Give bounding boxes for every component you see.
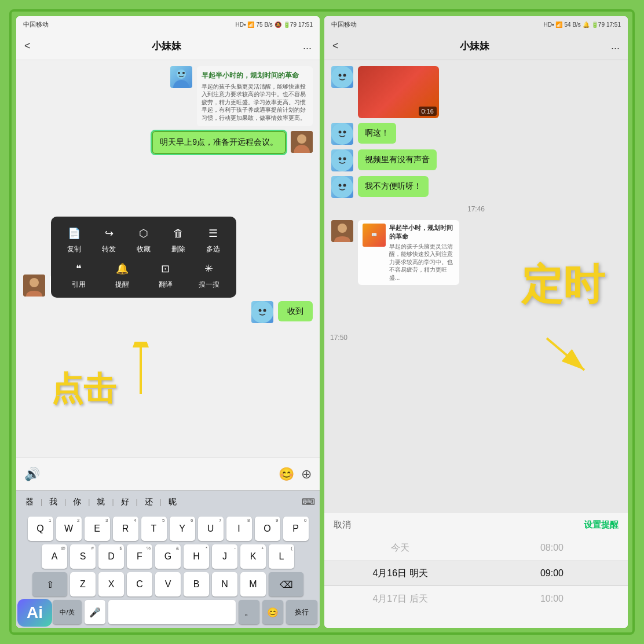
key-F[interactable]: %F: [127, 544, 152, 569]
right-text-video-sound: 视频里有没有声音: [365, 155, 430, 164]
key-K[interactable]: +K: [240, 544, 266, 569]
menu-multiselect-label: 多选: [206, 244, 220, 254]
key-lang[interactable]: 中/英: [53, 600, 82, 624]
key-emoji-key[interactable]: 😊: [262, 600, 283, 624]
right-article-content: 早起半小时，规划时间的革命 早起的孩子头脑更灵活清醒，能够快速投入到注意力要求较…: [389, 224, 455, 281]
menu-item-remind[interactable]: 🔔 提醒: [105, 260, 140, 290]
key-T[interactable]: 5T: [141, 517, 167, 541]
picker-time-0[interactable]: 08:00: [476, 535, 628, 561]
reminder-confirm-button[interactable]: 设置提醒: [584, 519, 619, 530]
picker-date-0[interactable]: 今天: [324, 535, 476, 561]
key-space[interactable]: [108, 600, 236, 624]
reminder-cancel-button[interactable]: 取消: [334, 519, 351, 530]
key-return[interactable]: 换行: [286, 600, 317, 624]
right-chat-title: 小妹妹: [460, 39, 489, 53]
left-selected-bubble[interactable]: 明天早上9点，准备开远程会议。: [152, 131, 286, 154]
key-H[interactable]: *H: [184, 544, 209, 569]
quickword-1[interactable]: 我: [45, 495, 62, 510]
right-more-button[interactable]: ...: [611, 40, 620, 52]
quickword-0[interactable]: 器: [21, 495, 38, 510]
right-bubble-ah[interactable]: 啊这！: [358, 123, 396, 144]
menu-item-collect[interactable]: ⬡ 收藏: [126, 225, 161, 254]
key-X[interactable]: X: [98, 572, 124, 597]
svg-point-20: [331, 149, 353, 171]
left-back-button[interactable]: <: [24, 40, 31, 52]
picker-date-1[interactable]: 4月16日 明天: [324, 561, 476, 586]
key-A[interactable]: @A: [42, 544, 67, 569]
menu-item-translate[interactable]: ⊡ 翻译: [148, 260, 183, 290]
key-D[interactable]: $D: [98, 544, 124, 569]
annotation-dianji: 点击: [51, 367, 116, 411]
quickword-6[interactable]: 昵: [164, 495, 181, 510]
key-J[interactable]: -J: [212, 544, 237, 569]
picker-time-2[interactable]: 10:00: [476, 586, 628, 612]
left-avatar-anime-2: [251, 301, 273, 323]
key-O[interactable]: 9O: [255, 517, 280, 541]
key-W[interactable]: 2W: [56, 517, 82, 541]
left-avatar-girl: [23, 275, 45, 297]
quickword-3[interactable]: 就: [92, 495, 109, 510]
key-delete[interactable]: ⌫: [269, 572, 303, 597]
key-R[interactable]: 4R: [113, 517, 138, 541]
svg-point-9: [251, 301, 273, 323]
menu-item-multiselect[interactable]: ☰ 多选: [196, 225, 230, 254]
right-article-card[interactable]: 📖 早起半小时，规划时间的革命 早起的孩子头脑更灵活清醒，能够快速投入到注意力要…: [358, 220, 459, 285]
key-Q[interactable]: 1Q: [28, 517, 53, 541]
key-G[interactable]: &G: [155, 544, 181, 569]
right-text-ah: 啊这！: [365, 128, 389, 137]
left-chat-area: 早起半小时的，规划时间的革命 早起的孩子头脑更灵活清醒，能够快速投入到注意力要求…: [16, 60, 320, 458]
menu-item-quote[interactable]: ❝ 引用: [61, 260, 96, 290]
key-mic[interactable]: 🎤: [85, 600, 105, 624]
add-icon[interactable]: ⊕: [301, 467, 312, 482]
key-B[interactable]: B: [184, 572, 209, 597]
key-S[interactable]: #S: [70, 544, 96, 569]
right-avatar-anime-3: [331, 149, 353, 171]
left-received-bubble[interactable]: 收到: [278, 301, 313, 322]
key-P[interactable]: 0P: [283, 517, 309, 541]
right-bubble-inconvenient[interactable]: 我不方便听呀！: [358, 176, 429, 197]
quickword-4[interactable]: 好: [116, 495, 134, 510]
key-U[interactable]: 7U: [198, 517, 224, 541]
picker-date-2[interactable]: 4月17日 后天: [324, 586, 476, 612]
right-msg-ah: 啊这！: [331, 123, 621, 145]
key-L[interactable]: (L: [269, 544, 294, 569]
right-video-duration: 0:16: [419, 107, 437, 116]
key-Y[interactable]: 6Y: [170, 517, 195, 541]
picker-time-1[interactable]: 09:00: [476, 561, 628, 586]
right-back-button[interactable]: <: [332, 40, 339, 52]
left-battery: 🔋79: [283, 21, 297, 28]
key-V[interactable]: V: [155, 572, 181, 597]
left-more-button[interactable]: ...: [303, 40, 312, 52]
left-input-area: 🔊 😊 ⊕: [16, 458, 320, 490]
left-time: 17:51: [298, 21, 313, 28]
key-E[interactable]: 3E: [85, 517, 110, 541]
key-Z[interactable]: Z: [70, 572, 96, 597]
key-shift[interactable]: ⇧: [32, 572, 67, 597]
right-video-thumb[interactable]: 0:16: [358, 66, 439, 118]
menu-item-delete[interactable]: 🗑 删除: [161, 225, 196, 254]
voice-icon[interactable]: 🔊: [24, 467, 40, 482]
quickword-2[interactable]: 你: [68, 495, 86, 510]
search-icon: ✳: [200, 260, 218, 277]
multiselect-icon: ☰: [204, 225, 222, 242]
left-data-speed: 75 B/s: [256, 21, 272, 28]
key-C[interactable]: C: [127, 572, 152, 597]
svg-point-3: [182, 72, 185, 74]
key-punct[interactable]: 。: [239, 600, 259, 624]
key-N[interactable]: N: [212, 572, 237, 597]
left-article-card[interactable]: 早起半小时的，规划时间的革命 早起的孩子头脑更灵活清醒，能够快速投入到注意力要求…: [197, 66, 313, 126]
keyboard-row-1: 1Q 2W 3E 4R 5T 6Y 7U 8I 9O 0P: [19, 517, 317, 541]
quickword-5[interactable]: 还: [140, 495, 158, 510]
menu-item-forward[interactable]: ↪ 转发: [92, 225, 126, 254]
emoji-icon[interactable]: 😊: [279, 467, 294, 482]
ai-badge[interactable]: Ai: [17, 599, 52, 627]
key-I[interactable]: 8I: [226, 517, 252, 541]
left-article-content: 早起的孩子头脑更灵活清醒，能够快速投入到注意力要求较高的学习中。也不容易疲劳，精…: [202, 83, 308, 122]
menu-item-copy[interactable]: 📄 复制: [57, 225, 92, 254]
left-msg-received: 收到: [23, 301, 313, 323]
right-bubble-video-sound[interactable]: 视频里有没有声音: [358, 149, 437, 170]
menu-item-search[interactable]: ✳ 搜一搜: [192, 260, 226, 290]
keyboard-collapse-icon[interactable]: ⌨: [302, 496, 315, 507]
key-M[interactable]: M: [240, 572, 266, 597]
context-menu: 📄 复制 ↪ 转发 ⬡ 收藏 🗑 删除: [51, 217, 236, 298]
